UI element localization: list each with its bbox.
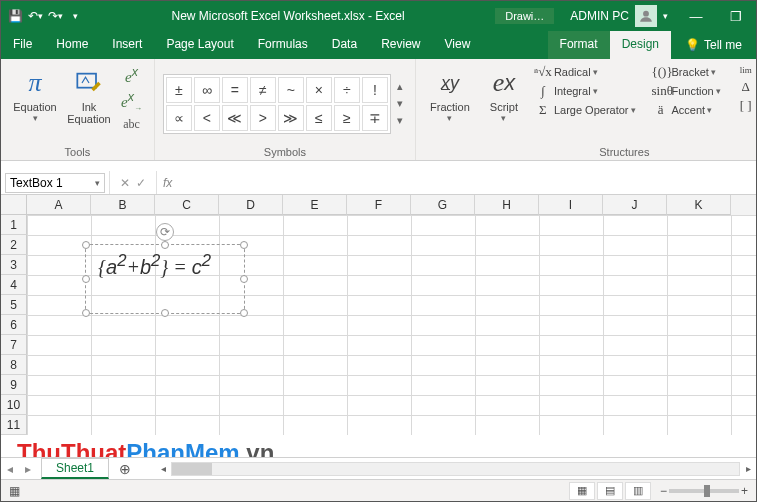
column-header[interactable]: F xyxy=(347,195,411,215)
zoom-in-button[interactable]: + xyxy=(741,484,748,498)
linear-button[interactable]: ex→ xyxy=(121,90,142,113)
function-button[interactable]: sinθFunction ▾ xyxy=(650,82,723,100)
scroll-left-icon[interactable]: ◂ xyxy=(155,463,171,474)
tab-design[interactable]: Design xyxy=(610,31,671,59)
row-header[interactable]: 11 xyxy=(1,415,27,435)
row-header[interactable]: 6 xyxy=(1,315,27,335)
row-header[interactable]: 7 xyxy=(1,335,27,355)
tab-formulas[interactable]: Formulas xyxy=(246,31,320,59)
column-header[interactable]: E xyxy=(283,195,347,215)
tab-review[interactable]: Review xyxy=(369,31,432,59)
scroll-thumb[interactable] xyxy=(172,463,212,475)
column-header[interactable]: D xyxy=(219,195,283,215)
row-header[interactable]: 2 xyxy=(1,235,27,255)
sheet-nav-prev[interactable]: ◂ xyxy=(1,462,19,476)
tab-data[interactable]: Data xyxy=(320,31,369,59)
zoom-slider[interactable] xyxy=(669,489,739,493)
symbol-cell[interactable]: ≠ xyxy=(250,77,276,103)
symbol-cell[interactable]: = xyxy=(222,77,248,103)
normal-view-button[interactable]: ▦ xyxy=(569,482,595,500)
gallery-up-icon[interactable]: ▴ xyxy=(397,80,403,93)
symbol-cell[interactable]: ~ xyxy=(278,77,304,103)
gallery-down-icon[interactable]: ▾ xyxy=(397,97,403,110)
fx-icon[interactable]: fx xyxy=(157,176,178,190)
column-header[interactable]: H xyxy=(475,195,539,215)
zoom-out-button[interactable]: − xyxy=(660,484,667,498)
symbol-cell[interactable]: ∝ xyxy=(166,105,192,131)
formula-input[interactable] xyxy=(178,171,756,194)
column-header[interactable]: J xyxy=(603,195,667,215)
script-button[interactable]: ex Script▾ xyxy=(478,63,530,123)
resize-handle[interactable] xyxy=(240,241,248,249)
column-header[interactable]: C xyxy=(155,195,219,215)
row-header[interactable]: 9 xyxy=(1,375,27,395)
symbol-cell[interactable]: ∓ xyxy=(362,105,388,131)
symbol-cell[interactable]: ≪ xyxy=(222,105,248,131)
sheet-tab[interactable]: Sheet1 xyxy=(41,458,109,479)
row-header[interactable]: 10 xyxy=(1,395,27,415)
column-header[interactable]: G xyxy=(411,195,475,215)
symbol-cell[interactable]: ! xyxy=(362,77,388,103)
horizontal-scrollbar[interactable]: ◂ ▸ xyxy=(155,462,756,476)
resize-handle[interactable] xyxy=(161,309,169,317)
accent-button[interactable]: äAccent ▾ xyxy=(650,101,723,119)
radical-button[interactable]: ⁿ√xRadical ▾ xyxy=(532,63,638,81)
ink-equation-button[interactable]: Ink Equation xyxy=(63,63,115,125)
tab-insert[interactable]: Insert xyxy=(100,31,154,59)
resize-handle[interactable] xyxy=(82,309,90,317)
symbol-gallery[interactable]: ±∞=≠~×÷!∝<≪>≫≤≥∓ xyxy=(163,74,391,134)
symbol-cell[interactable]: < xyxy=(194,105,220,131)
symbol-cell[interactable]: ÷ xyxy=(334,77,360,103)
tab-home[interactable]: Home xyxy=(44,31,100,59)
row-header[interactable]: 5 xyxy=(1,295,27,315)
restore-button[interactable]: ❐ xyxy=(716,9,756,24)
symbol-cell[interactable]: × xyxy=(306,77,332,103)
resize-handle[interactable] xyxy=(161,241,169,249)
row-header[interactable]: 1 xyxy=(1,215,27,235)
redo-icon[interactable]: ↷▾ xyxy=(47,8,63,24)
symbol-cell[interactable]: > xyxy=(250,105,276,131)
name-box[interactable]: TextBox 1 ▾ xyxy=(5,173,105,193)
tell-me[interactable]: 💡 Tell me xyxy=(671,31,756,59)
column-header[interactable]: K xyxy=(667,195,731,215)
new-sheet-button[interactable]: ⊕ xyxy=(115,461,135,477)
scroll-right-icon[interactable]: ▸ xyxy=(740,463,756,474)
fraction-button[interactable]: xy Fraction▾ xyxy=(424,63,476,123)
equation-textbox[interactable]: ⟳ {a2+b2} = c2 xyxy=(85,244,245,314)
save-icon[interactable]: 💾 xyxy=(7,8,23,24)
cell-area[interactable]: ⟳ {a2+b2} = c2 xyxy=(27,215,756,435)
qat-customize-icon[interactable]: ▾ xyxy=(67,8,83,24)
bracket-button[interactable]: {()}Bracket ▾ xyxy=(650,63,723,81)
matrix-button[interactable]: [ ]Matrix ▾ xyxy=(735,97,757,115)
tab-format[interactable]: Format xyxy=(548,31,610,59)
tab-file[interactable]: File xyxy=(1,31,44,59)
sheet-nav-next[interactable]: ▸ xyxy=(19,462,37,476)
column-header[interactable]: A xyxy=(27,195,91,215)
large-operator-button[interactable]: ΣLarge Operator ▾ xyxy=(532,101,638,119)
column-header[interactable]: B xyxy=(91,195,155,215)
integral-button[interactable]: ∫Integral ▾ xyxy=(532,82,638,100)
enter-icon[interactable]: ✓ xyxy=(136,176,146,190)
page-layout-view-button[interactable]: ▤ xyxy=(597,482,623,500)
limit-button[interactable]: limLimit and Log xyxy=(735,63,757,77)
user-account[interactable]: ADMIN PC ▾ xyxy=(562,5,676,27)
resize-handle[interactable] xyxy=(240,309,248,317)
minimize-button[interactable]: — xyxy=(676,9,716,24)
column-header[interactable]: I xyxy=(539,195,603,215)
normal-text-button[interactable]: abc xyxy=(123,117,140,132)
rotate-handle[interactable]: ⟳ xyxy=(156,223,174,241)
page-break-view-button[interactable]: ▥ xyxy=(625,482,651,500)
row-header[interactable]: 4 xyxy=(1,275,27,295)
symbol-cell[interactable]: ≤ xyxy=(306,105,332,131)
select-all-corner[interactable] xyxy=(1,195,27,215)
tab-view[interactable]: View xyxy=(433,31,483,59)
tab-page-layout[interactable]: Page Layout xyxy=(154,31,245,59)
symbol-cell[interactable]: ∞ xyxy=(194,77,220,103)
operator-button[interactable]: ΔOperator ▾ xyxy=(735,78,757,96)
symbol-cell[interactable]: ≫ xyxy=(278,105,304,131)
cancel-icon[interactable]: ✕ xyxy=(120,176,130,190)
row-header[interactable]: 3 xyxy=(1,255,27,275)
undo-icon[interactable]: ↶▾ xyxy=(27,8,43,24)
resize-handle[interactable] xyxy=(240,275,248,283)
resize-handle[interactable] xyxy=(82,241,90,249)
